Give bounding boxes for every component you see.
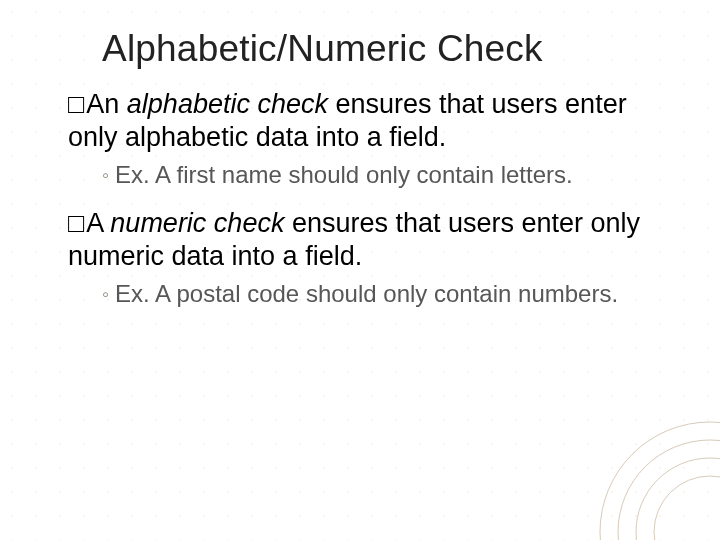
- bullet-2-prefix: A: [86, 208, 110, 238]
- ring-bullet-icon: ◦: [102, 163, 109, 187]
- bullet-1-sub: ◦Ex. A first name should only contain le…: [102, 160, 672, 189]
- bullet-1-term: alphabetic check: [127, 89, 328, 119]
- bullet-1: □An alphabetic check ensures that users …: [68, 88, 672, 189]
- svg-point-0: [600, 422, 720, 540]
- bullet-2-sub-text: Ex. A postal code should only contain nu…: [115, 280, 618, 307]
- square-bullet-icon: □: [68, 207, 84, 240]
- bullet-2-term: numeric check: [110, 208, 284, 238]
- corner-decoration-icon: [560, 410, 720, 540]
- svg-point-2: [636, 458, 720, 540]
- slide-title: Alphabetic/Numeric Check: [102, 28, 676, 70]
- bullet-1-sub-text: Ex. A first name should only contain let…: [115, 161, 573, 188]
- bullet-2-text: □A numeric check ensures that users ente…: [68, 207, 672, 273]
- bullet-2: □A numeric check ensures that users ente…: [68, 207, 672, 308]
- bullet-2-sub: ◦Ex. A postal code should only contain n…: [102, 279, 672, 308]
- slide: Alphabetic/Numeric Check □An alphabetic …: [0, 0, 720, 540]
- square-bullet-icon: □: [68, 88, 84, 121]
- svg-point-1: [618, 440, 720, 540]
- bullet-1-prefix: An: [86, 89, 127, 119]
- bullet-1-text: □An alphabetic check ensures that users …: [68, 88, 672, 154]
- svg-point-3: [654, 476, 720, 540]
- ring-bullet-icon: ◦: [102, 282, 109, 306]
- slide-body: □An alphabetic check ensures that users …: [68, 88, 672, 308]
